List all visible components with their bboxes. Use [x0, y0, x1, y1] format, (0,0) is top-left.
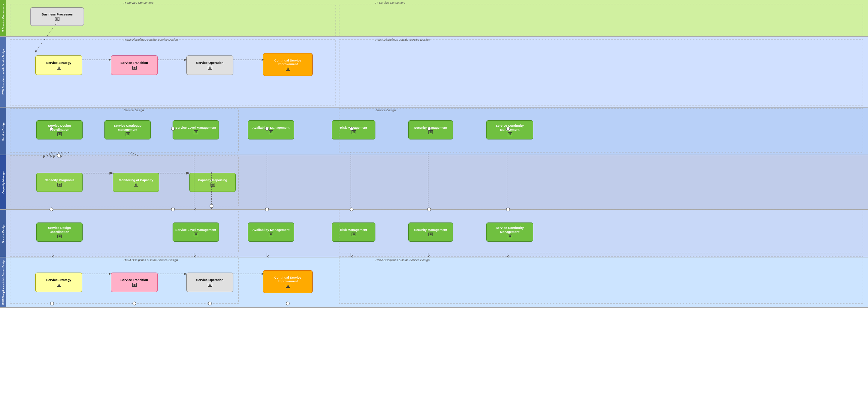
- box-service-operation-top: Service Operation ⊞: [186, 55, 234, 75]
- box-csi-bot: Continual Service Improvement ⊞: [263, 270, 313, 293]
- box-service-strategy-top: Service Strategy ⊞: [35, 55, 82, 75]
- section-title-itsm-bot-left: ITSM Disciplines outside Service Design: [124, 258, 178, 262]
- box-service-strategy-bot: Service Strategy ⊞: [35, 272, 82, 292]
- diagram-container: IT Service Consumers IT Service Consumer…: [0, 0, 868, 407]
- lane-itsm-outside-bottom-label: ITSM Disciplines outside Service Design: [0, 257, 6, 307]
- box-business-processes: Business Processes ⊞: [30, 7, 84, 26]
- section-title-itsm-top-right: ITSM Disciplines outside Service Design: [375, 38, 430, 41]
- box-security-bot: Security Management ⊞: [408, 223, 453, 242]
- lane-consumers-label: IT Service Consumers: [0, 0, 6, 36]
- box-capacity-prognosis: Capacity Prognosis ⊞: [36, 173, 83, 192]
- section-title-consumers-right: IT Service Consumers: [375, 1, 405, 4]
- box-monitoring-capacity: Monitoring of Capacity ⊞: [113, 173, 159, 192]
- section-title-itsm-bot-right: ITSM Disciplines outside Service Design: [375, 258, 430, 262]
- box-continuity-bot: Service Continuity Management ⊞: [486, 223, 533, 242]
- lane-service-design-bottom: Service Design Service Design Coordinati…: [0, 210, 868, 257]
- box-availability-top: Availability Management ⊞: [248, 120, 294, 140]
- lane-itsm-outside-top-label: ITSM Disciplines outside Service Design: [0, 37, 6, 107]
- box-availability-bot: Availability Management ⊞: [248, 223, 294, 242]
- section-title-itsm-top-left: ITSM Disciplines outside Service Design: [124, 38, 178, 41]
- box-slm-bot: Service Level Management ⊞: [173, 223, 219, 242]
- box-sd-coord-top: Service Design Coordination ⊞: [36, 120, 83, 140]
- box-slm-top: Service Level Management ⊞: [173, 120, 219, 140]
- box-security-top: Security Management ⊞: [408, 120, 453, 140]
- lane-capacity-label: Capacity Manager: [0, 155, 6, 209]
- lane-service-design-bottom-label: Service Design: [0, 210, 6, 257]
- box-risk-bot: Risk Management ⊞: [332, 223, 375, 242]
- section-title-sd-top-right: Service Design: [375, 109, 396, 112]
- box-service-transition-bot: Service Transition ⊞: [111, 272, 158, 292]
- lane-itsm-outside-bottom: ITSM Disciplines outside Service Design …: [0, 257, 868, 308]
- lane-service-design-top: Service Design Service Design Service De…: [0, 108, 868, 155]
- lane-consumers: IT Service Consumers IT Service Consumer…: [0, 0, 868, 37]
- section-title-sd-top-left: Service Design: [124, 109, 144, 112]
- box-catalogue-top: Service Catalogue Management ⊞: [104, 120, 151, 140]
- box-risk-top: Risk Management ⊞: [332, 120, 375, 140]
- box-continuity-top: Service Continuity Management ⊞: [486, 120, 533, 140]
- box-service-operation-bot: Service Operation ⊞: [186, 272, 234, 292]
- lane-itsm-outside-top: ITSM Disciplines outside Service Design …: [0, 37, 868, 108]
- box-service-transition-top: Service Transition ⊞: [111, 55, 158, 75]
- box-capacity-reporting: Capacity Reporting ⊞: [189, 173, 236, 192]
- box-csi-top: Continual Service Improvement ⊞: [263, 53, 313, 76]
- box-business-processes-label: Business Processes: [42, 12, 72, 16]
- section-title-consumers-left: IT Service Consumers: [124, 1, 153, 4]
- box-sd-coord-bot: Service Design Coordination ⊞: [36, 223, 83, 242]
- lane-service-design-top-label: Service Design: [0, 108, 6, 154]
- lane-capacity: Capacity Manager Capacity Prognosis ⊞ Mo…: [0, 155, 868, 210]
